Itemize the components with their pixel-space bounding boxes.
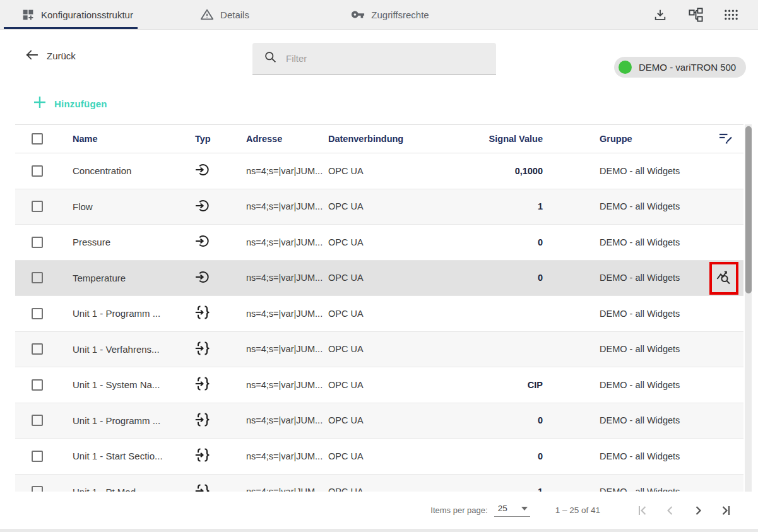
signal-value: 0: [404, 237, 543, 247]
tab-details[interactable]: Details: [187, 0, 263, 29]
table-scrollbar-track[interactable]: [745, 124, 752, 492]
first-page-button[interactable]: [634, 502, 651, 519]
row-checkbox[interactable]: [32, 237, 43, 248]
signal-address: ns=4;s=|var|JUM...: [243, 344, 325, 354]
last-page-button[interactable]: [718, 502, 734, 519]
signal-type-cell: [192, 305, 243, 322]
tab-label: Details: [220, 9, 249, 20]
signal-value: CIP: [404, 380, 543, 390]
select-all-checkbox[interactable]: [32, 133, 43, 145]
paginator: Items per page: 25 1 – 25 of 41: [0, 492, 758, 529]
signal-value: 0: [404, 415, 543, 425]
tab-konfigurationsstruktur[interactable]: Konfigurationsstruktur: [4, 0, 138, 29]
search-icon: [264, 50, 277, 66]
header-typ: Typ: [192, 134, 243, 144]
table-row[interactable]: Unit 1 - Programm ... ns=4;s=|var|JUM...…: [15, 403, 743, 439]
tab-bar: Konfigurationsstruktur Details Zugriffsr…: [0, 0, 758, 30]
data-connection: OPC UA: [325, 451, 404, 461]
row-checkbox[interactable]: [32, 201, 43, 212]
row-checkbox[interactable]: [32, 343, 43, 355]
previous-page-button[interactable]: [662, 502, 678, 519]
signal-value: 1: [404, 201, 543, 211]
analog-input-icon: [195, 269, 210, 287]
table-row[interactable]: Unit 1 - Programm ... ns=4;s=|var|JUM...…: [15, 296, 743, 332]
signal-name: Unit 1 - Programm ...: [73, 308, 192, 319]
table-row[interactable]: Temperature ns=4;s=|var|JUM... OPC UA 0 …: [15, 261, 743, 297]
signal-name: Flow: [73, 201, 192, 212]
header-name: Name: [73, 134, 192, 144]
signal-group: DEMO - all Widgets: [543, 201, 691, 211]
page-range-text: 1 – 25 of 41: [555, 505, 600, 515]
table-row[interactable]: Flow ns=4;s=|var|JUM... OPC UA 1 DEMO - …: [15, 189, 743, 225]
table-row[interactable]: Concentration ns=4;s=|var|JUM... OPC UA …: [15, 153, 743, 189]
data-connection: OPC UA: [325, 166, 404, 176]
tab-zugriffsrechte[interactable]: Zugriffsrechte: [340, 0, 441, 29]
tab-actions: [652, 0, 758, 30]
download-icon[interactable]: [652, 7, 668, 23]
page-size-select[interactable]: 25: [494, 504, 530, 517]
table-row[interactable]: Unit 1 - Verfahrens... ns=4;s=|var|JUM..…: [15, 332, 743, 368]
table-scrollbar-thumb[interactable]: [745, 126, 752, 293]
back-label: Zurück: [47, 50, 76, 61]
signal-value: 0: [404, 451, 543, 461]
row-checkbox[interactable]: [32, 379, 43, 391]
signal-address: ns=4;s=|var|JUM...: [243, 237, 325, 247]
row-checkbox[interactable]: [32, 308, 43, 319]
topology-icon[interactable]: [687, 7, 704, 23]
signal-address: ns=4;s=|var|JUM...: [243, 451, 325, 461]
signal-name: Unit 1 - Programm ...: [73, 415, 192, 426]
signal-name: Temperature: [73, 273, 192, 283]
analog-input-icon: [195, 233, 210, 251]
row-checkbox[interactable]: [32, 451, 43, 462]
warning-icon: [200, 8, 214, 21]
signal-configuration-page: Konfigurationsstruktur Details Zugriffsr…: [0, 0, 758, 532]
back-button[interactable]: Zurück: [25, 49, 76, 62]
add-button[interactable]: Hinzufügen: [33, 96, 107, 111]
signal-type-cell: [192, 198, 243, 215]
plus-icon: [33, 96, 46, 111]
next-page-button[interactable]: [690, 502, 706, 519]
signals-table: Name Typ Adresse Datenverbindung Signal …: [15, 124, 743, 510]
text-variable-icon: [195, 341, 210, 358]
apps-grid-icon[interactable]: [723, 7, 739, 23]
header-adresse: Adresse: [243, 134, 325, 144]
signal-group: DEMO - all Widgets: [543, 415, 691, 425]
row-checkbox[interactable]: [32, 165, 43, 177]
signal-group: DEMO - all Widgets: [543, 309, 691, 319]
signal-group: DEMO - all Widgets: [543, 166, 691, 176]
tab-label: Konfigurationsstruktur: [41, 9, 133, 20]
signal-type-cell: [192, 412, 243, 429]
text-variable-icon: [195, 305, 210, 322]
arrow-left-icon: [25, 49, 39, 62]
dashboard-customize-icon: [21, 8, 35, 21]
chart-search-icon[interactable]: [716, 269, 732, 287]
signal-name: Unit 1 - Start Sectio...: [73, 451, 192, 461]
chevron-down-icon: [521, 507, 528, 511]
signal-group: DEMO - all Widgets: [543, 344, 691, 354]
row-checkbox[interactable]: [32, 415, 43, 426]
status-green-dot: [619, 61, 632, 74]
signal-value: 0: [404, 273, 543, 283]
filter-field: [252, 43, 496, 74]
signal-address: ns=4;s=|var|JUM...: [243, 309, 325, 319]
items-per-page-label: Items per page:: [430, 505, 487, 515]
analog-input-icon: [195, 198, 210, 215]
signal-type-cell: [192, 233, 243, 251]
signal-group: DEMO - all Widgets: [543, 273, 691, 283]
tab-label: Zugriffsrechte: [371, 9, 429, 20]
signal-type-cell: [192, 447, 243, 464]
table-body: Concentration ns=4;s=|var|JUM... OPC UA …: [15, 153, 743, 510]
text-variable-icon: [195, 412, 210, 429]
table-row[interactable]: Unit 1 - Start Sectio... ns=4;s=|var|JUM…: [15, 439, 743, 475]
device-status-badge[interactable]: DEMO - variTRON 500: [614, 57, 746, 78]
table-row[interactable]: Unit 1 - System Na... ns=4;s=|var|JUM...…: [15, 367, 743, 403]
filter-input[interactable]: [286, 53, 485, 64]
signal-type-cell: [192, 341, 243, 358]
signal-type-cell: [192, 162, 243, 179]
edit-columns-icon[interactable]: [718, 131, 733, 146]
table-row[interactable]: Pressure ns=4;s=|var|JUM... OPC UA 0 DEM…: [15, 225, 743, 261]
signal-type-cell: [192, 269, 243, 287]
signal-address: ns=4;s=|var|JUM...: [243, 201, 325, 211]
row-checkbox[interactable]: [32, 272, 43, 283]
key-icon: [351, 8, 365, 21]
